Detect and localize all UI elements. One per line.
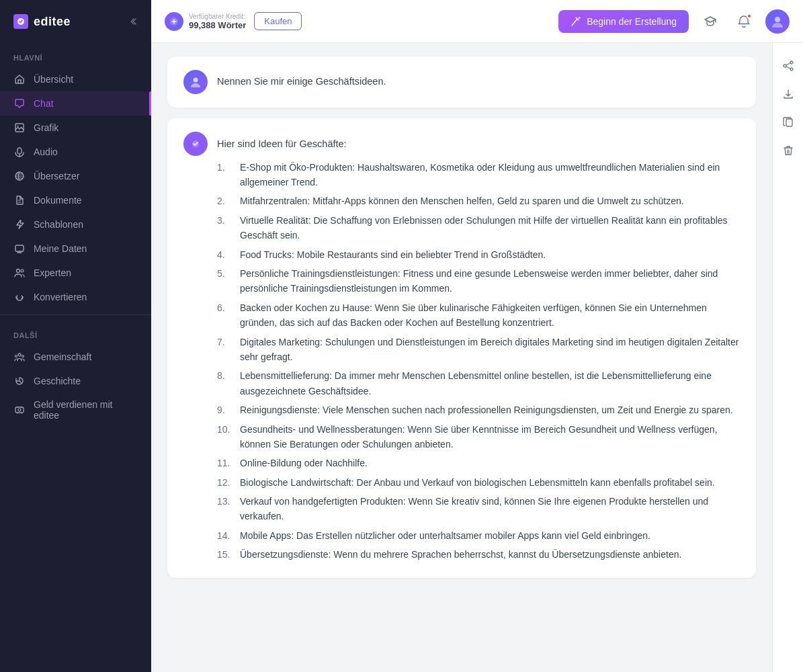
svg-point-7 xyxy=(18,353,21,356)
home-icon xyxy=(13,73,26,85)
sidebar-item-grafik[interactable]: Grafik xyxy=(0,116,151,140)
delete-button[interactable] xyxy=(776,138,800,163)
bot-list-item: 1.E-Shop mit Öko-Produkten: Haushaltswar… xyxy=(217,158,740,192)
user-avatar[interactable] xyxy=(765,9,790,34)
bot-message: Hier sind Ideen für Geschäfte: 1.E-Shop … xyxy=(167,118,756,578)
share-button[interactable] xyxy=(776,54,800,78)
bot-list-item: 14.Mobile Apps: Das Erstellen nützlicher… xyxy=(217,526,740,545)
share-icon xyxy=(782,60,794,72)
bot-list-item: 3.Virtuelle Realität: Die Schaffung von … xyxy=(217,211,740,245)
topbar: Verfügbarer Kredit: 99,388 Wörter Kaufen… xyxy=(151,0,803,43)
list-text: E-Shop mit Öko-Produkten: Haushaltswaren… xyxy=(240,160,740,190)
sidebar-item-experten[interactable]: Experten xyxy=(0,261,151,285)
sidebar-label-geschichte: Geschichte xyxy=(34,376,81,386)
wand-icon xyxy=(570,16,581,27)
sidebar-logo-area: editee xyxy=(0,0,151,43)
bot-list-item: 15.Übersetzungsdienste: Wenn du mehrere … xyxy=(217,545,740,564)
create-button[interactable]: Beginn der Erstellung xyxy=(558,10,689,33)
topbar-left: Verfügbarer Kredit: 99,388 Wörter Kaufen xyxy=(165,12,302,31)
user-avatar-msg xyxy=(183,70,208,94)
document-icon xyxy=(13,194,26,206)
svg-point-1 xyxy=(17,126,19,127)
bot-list-item: 4.Food Trucks: Mobile Restaurants sind e… xyxy=(217,245,740,264)
svg-point-15 xyxy=(194,78,198,83)
bot-list-item: 10.Gesundheits- und Wellnessberatungen: … xyxy=(217,420,740,454)
history-icon xyxy=(13,375,26,387)
sidebar-label-ubersetzer: Übersetzer xyxy=(34,171,79,181)
list-num: 10. xyxy=(217,422,236,452)
sidebar-label-chat: Chat xyxy=(34,98,54,109)
bot-list-item: 9.Reinigungsdienste: Viele Menschen such… xyxy=(217,401,740,419)
list-text: Persönliche Trainingsdienstleistungen: F… xyxy=(240,266,740,296)
user-message: Nennen Sie mir einige Geschäftsideen. xyxy=(167,56,756,108)
sidebar-collapse-button[interactable] xyxy=(127,16,138,27)
list-num: 12. xyxy=(217,475,236,490)
sidebar-item-audio[interactable]: Audio xyxy=(0,140,151,164)
graduation-icon xyxy=(704,15,717,28)
sidebar-item-geschichte[interactable]: Geschichte xyxy=(0,369,151,393)
sidebar-label-ubersicht: Übersicht xyxy=(34,74,73,85)
sidebar-divider xyxy=(0,314,151,315)
list-text: Lebensmittellieferung: Da immer mehr Men… xyxy=(240,368,740,398)
sidebar-item-gemeinschaft[interactable]: Gemeinschaft xyxy=(0,345,151,369)
list-text: Übersetzungsdienste: Wenn du mehrere Spr… xyxy=(240,547,681,562)
sidebar-label-grafik: Grafik xyxy=(34,122,58,133)
svg-rect-20 xyxy=(786,119,792,126)
create-label: Beginn der Erstellung xyxy=(587,16,677,27)
sidebar: editee Hlavní Übersicht Chat xyxy=(0,0,151,672)
svg-point-17 xyxy=(790,61,793,64)
svg-point-11 xyxy=(18,409,21,411)
sidebar-item-ubersicht[interactable]: Übersicht xyxy=(0,67,151,91)
list-num: 11. xyxy=(217,456,236,470)
delete-icon xyxy=(782,144,794,157)
svg-rect-10 xyxy=(15,407,24,413)
copy-icon xyxy=(782,116,794,128)
chat-icon xyxy=(13,97,26,110)
user-message-header: Nennen Sie mir einige Geschäftsideen. xyxy=(183,70,740,94)
svg-point-18 xyxy=(784,65,786,67)
sidebar-item-konvertieren[interactable]: Konvertieren xyxy=(0,285,151,309)
sidebar-label-geld-verdienen: Geld verdienen mit editee xyxy=(34,399,138,421)
sidebar-item-ubersetzer[interactable]: Übersetzer xyxy=(0,164,151,188)
copy-button[interactable] xyxy=(776,110,800,134)
education-button[interactable] xyxy=(698,9,722,34)
globe-icon xyxy=(13,170,26,182)
sidebar-label-audio: Audio xyxy=(34,146,58,157)
bot-list-item: 5.Persönliche Trainingsdienstleistungen:… xyxy=(217,264,740,298)
community-icon xyxy=(13,351,26,363)
sidebar-item-schablonen[interactable]: Schablonen xyxy=(0,212,151,237)
list-num: 3. xyxy=(217,213,236,243)
sidebar-item-geld-verdienen[interactable]: Geld verdienen mit editee xyxy=(0,393,151,427)
list-text: Virtuelle Realität: Die Schaffung von Er… xyxy=(240,213,740,243)
chat-container: Nennen Sie mir einige Geschäftsideen. Hi… xyxy=(151,43,803,672)
sidebar-label-meine-daten: Meine Daten xyxy=(34,243,87,254)
main-area: Verfügbarer Kredit: 99,388 Wörter Kaufen… xyxy=(151,0,803,672)
sidebar-label-experten: Experten xyxy=(34,267,71,278)
credit-text: Verfügbarer Kredit: 99,388 Wörter xyxy=(189,13,246,30)
bot-list-item: 8.Lebensmittellieferung: Da immer mehr M… xyxy=(217,366,740,401)
list-num: 7. xyxy=(217,335,236,365)
notification-dot xyxy=(747,13,752,19)
buy-button[interactable]: Kaufen xyxy=(254,12,302,30)
list-text: Biologische Landwirtschaft: Der Anbau un… xyxy=(240,475,715,490)
bot-avatar-msg xyxy=(183,132,208,156)
notifications-button[interactable] xyxy=(732,9,756,34)
list-num: 5. xyxy=(217,266,236,296)
svg-point-9 xyxy=(22,355,24,358)
svg-point-19 xyxy=(790,68,793,71)
export-button[interactable] xyxy=(776,82,800,106)
sidebar-item-dokumente[interactable]: Dokumente xyxy=(0,188,151,212)
list-text: Mitfahrzentralen: Mitfahr-Apps können de… xyxy=(240,194,684,208)
users-icon xyxy=(13,267,26,279)
sidebar-item-meine-daten[interactable]: Meine Daten xyxy=(0,237,151,261)
bot-message-header: Hier sind Ideen für Geschäfte: 1.E-Shop … xyxy=(183,132,740,564)
logo-text: editee xyxy=(34,15,71,29)
svg-rect-2 xyxy=(17,148,22,154)
svg-point-13 xyxy=(579,17,580,17)
list-text: Verkauf von handgefertigten Produkten: W… xyxy=(240,494,740,524)
sidebar-item-chat[interactable]: Chat xyxy=(0,91,151,116)
credit-label: Verfügbarer Kredit: xyxy=(189,13,246,20)
bot-list-item: 11.Online-Bildung oder Nachhilfe. xyxy=(217,454,740,472)
refresh-icon xyxy=(13,291,26,303)
sidebar-label-dokumente: Dokumente xyxy=(34,195,82,206)
